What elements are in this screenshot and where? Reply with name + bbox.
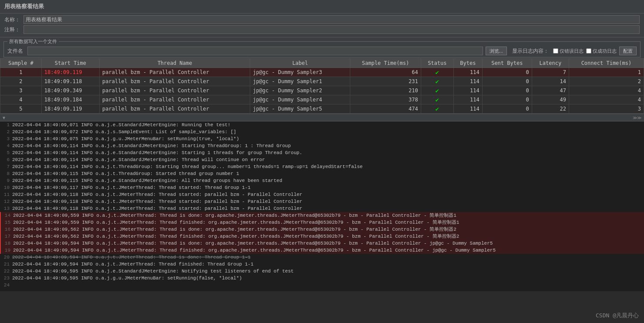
table-cell: 18:49:09.184	[41, 95, 99, 104]
name-input[interactable]	[23, 15, 640, 24]
log-line: 112022-04-04 18:49:09,118 INFO o.a.j.t.J…	[0, 191, 644, 198]
log-line: 172022-04-04 18:49:09,562 INFO o.a.j.t.J…	[0, 233, 644, 240]
table-row: 518:49:09.119parallel bzm - Parallel Con…	[0, 104, 644, 114]
table-row: 318:49:09.349parallel bzm - Parallel Con…	[0, 86, 644, 95]
file-label: 文件名	[7, 47, 23, 55]
log-line-number: 9	[1, 177, 10, 184]
log-line-number: 17	[2, 233, 10, 240]
log-line-number: 22	[1, 268, 10, 275]
watermark: CSDN @凡晨丹心	[596, 312, 639, 320]
table-row: 418:49:09.184parallel bzm - Parallel Con…	[0, 95, 644, 104]
table-cell: 7	[532, 68, 569, 77]
table-cell: 18:49:09.118	[41, 77, 99, 86]
log-line: 102022-04-04 18:49:09,117 INFO o.a.j.t.J…	[0, 184, 644, 191]
success-only-label: 仅成功日志	[593, 48, 617, 54]
table-row: 218:49:09.118parallel bzm - Parallel Con…	[0, 77, 644, 86]
log-line-text: 2022-04-04 18:49:09,072 INFO o.a.j.s.Sam…	[12, 128, 643, 135]
log-line-text: 2022-04-04 18:49:09,594 INFO o.a.j.t.JMe…	[13, 240, 643, 247]
table-cell: 4	[569, 86, 644, 95]
log-line-number: 12	[1, 198, 10, 205]
success-only-checkbox-label[interactable]: 仅成功日志	[586, 48, 617, 54]
log-line-text: 2022-04-04 18:49:09,118 INFO o.a.j.t.JMe…	[12, 191, 643, 198]
log-line-number: 20	[1, 254, 10, 261]
log-line-text: 2022-04-04 18:49:09,114 INFO o.a.j.t.Thr…	[12, 163, 643, 170]
log-line: 82022-04-04 18:49:09,115 INFO o.a.j.t.Th…	[0, 170, 644, 177]
table-header-row: Sample # Start Time Thread Name Label Sa…	[0, 59, 644, 68]
log-line-text: 2022-04-04 18:49:09,594 INFO o.a.j.t.JMe…	[12, 254, 643, 261]
log-line-text	[12, 282, 643, 289]
log-container[interactable]: 12022-04-04 18:49:09,071 INFO o.a.j.e.St…	[0, 121, 644, 291]
log-line-text: 2022-04-04 18:49:09,071 INFO o.a.j.e.Sta…	[12, 121, 643, 128]
table-cell: 0	[482, 68, 532, 77]
log-line: 122022-04-04 18:49:09,118 INFO o.a.j.t.J…	[0, 198, 644, 205]
log-line-number: 16	[2, 226, 10, 233]
table-cell: ✔	[421, 77, 453, 86]
table-cell: 14	[532, 77, 569, 86]
errors-only-label: 仅错误日志	[560, 48, 584, 54]
table-cell: jp@gc - Dummy Sampler3	[250, 68, 350, 77]
config-button[interactable]: 配置	[619, 47, 637, 55]
log-line-number: 6	[1, 156, 10, 163]
table-cell: 4	[0, 95, 42, 104]
log-line: 232022-04-04 18:49:09,595 INFO o.a.j.g.u…	[0, 275, 644, 282]
table-cell: 64	[350, 68, 421, 77]
col-sample-time: Sample Time(ms)	[350, 59, 421, 68]
log-line: 192022-04-04 18:49:09,594 INFO o.a.j.t.J…	[0, 247, 644, 254]
log-line-number: 14	[2, 212, 10, 219]
log-line-number: 3	[1, 135, 10, 142]
arrow-icon: ▼	[3, 115, 5, 120]
errors-only-checkbox-label[interactable]: 仅错误日志	[553, 48, 584, 54]
errors-only-checkbox[interactable]	[553, 48, 558, 54]
log-line-number: 21	[1, 261, 10, 268]
log-line-text: 2022-04-04 18:49:09,117 INFO o.a.j.t.JMe…	[12, 184, 643, 191]
log-line-text: 2022-04-04 18:49:09,115 INFO o.a.j.e.Sta…	[12, 177, 643, 184]
log-line-text: 2022-04-04 18:49:09,114 INFO o.a.j.e.Sta…	[12, 142, 643, 149]
file-section: 所有数据写入一个文件 文件名 浏览... 显示日志内容： 仅错误日志 仅成功日志…	[3, 38, 641, 57]
log-line: 32022-04-04 18:49:09,075 INFO o.a.j.g.u.…	[0, 135, 644, 142]
table-cell: 2	[569, 77, 644, 86]
log-line-text: 2022-04-04 18:49:09,559 INFO o.a.j.t.JMe…	[13, 212, 643, 219]
success-only-checkbox[interactable]	[586, 48, 591, 54]
table-cell: parallel bzm - Parallel Controller	[100, 68, 250, 77]
file-input[interactable]	[27, 47, 483, 55]
log-line: 152022-04-04 18:49:09,559 INFO o.a.j.t.J…	[0, 219, 644, 226]
table-cell: 0	[482, 86, 532, 95]
file-row: 文件名 浏览... 显示日志内容： 仅错误日志 仅成功日志 配置	[7, 47, 637, 55]
table-cell: 1	[0, 68, 42, 77]
results-table: Sample # Start Time Thread Name Label Sa…	[0, 58, 644, 114]
log-line: 22022-04-04 18:49:09,072 INFO o.a.j.s.Sa…	[0, 128, 644, 135]
log-line-text: 2022-04-04 18:49:09,114 INFO o.a.j.e.Sta…	[12, 156, 643, 163]
col-latency: Latency	[532, 59, 569, 68]
table-cell: jp@gc - Dummy Sampler2	[250, 86, 350, 95]
log-line: 72022-04-04 18:49:09,114 INFO o.a.j.t.Th…	[0, 163, 644, 170]
log-line: 24	[0, 282, 644, 289]
log-line-number: 24	[1, 282, 10, 289]
log-line: 42022-04-04 18:49:09,114 INFO o.a.j.e.St…	[0, 142, 644, 149]
comment-input[interactable]	[23, 25, 640, 34]
log-line-number: 7	[1, 163, 10, 170]
log-line-text: 2022-04-04 18:49:09,562 INFO o.a.j.t.JMe…	[13, 226, 643, 233]
log-line-number: 23	[1, 275, 10, 282]
log-line-text: 2022-04-04 18:49:09,075 INFO o.a.j.g.u.J…	[12, 135, 643, 142]
divider-area: ▼ ≫≫	[0, 114, 644, 121]
comment-row: 注释：	[4, 25, 640, 34]
table-cell: 2	[0, 77, 42, 86]
log-line-text: 2022-04-04 18:49:09,559 INFO o.a.j.t.JMe…	[13, 219, 643, 226]
log-line: 222022-04-04 18:49:09,595 INFO o.a.j.e.S…	[0, 268, 644, 275]
table-cell: jp@gc - Dummy Sampler4	[250, 95, 350, 104]
watermark-text: CSDN @凡晨丹心	[596, 312, 639, 319]
table-cell: parallel bzm - Parallel Controller	[100, 104, 250, 114]
log-line-text: 2022-04-04 18:49:09,595 INFO o.a.j.e.Sta…	[12, 268, 643, 275]
log-line: 62022-04-04 18:49:09,114 INFO o.a.j.e.St…	[0, 156, 644, 163]
name-row: 名称：	[4, 15, 640, 24]
table-cell: 3	[569, 104, 644, 114]
table-cell: jp@gc - Dummy Sampler5	[250, 104, 350, 114]
table-cell: 114	[454, 68, 483, 77]
log-line-number: 18	[2, 240, 10, 247]
log-line-text: 2022-04-04 18:49:09,115 INFO o.a.j.t.Thr…	[12, 170, 643, 177]
table-cell: 114	[454, 77, 483, 86]
log-line: 162022-04-04 18:49:09,562 INFO o.a.j.t.J…	[0, 226, 644, 233]
browse-button[interactable]: 浏览...	[486, 47, 507, 55]
log-line-text: 2022-04-04 18:49:09,118 INFO o.a.j.t.JMe…	[12, 198, 643, 205]
table-cell: 1	[569, 68, 644, 77]
